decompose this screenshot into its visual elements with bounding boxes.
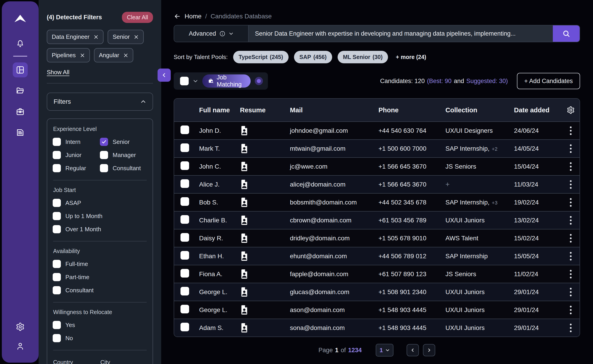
checkbox[interactable] [53, 199, 61, 207]
next-page-button[interactable] [423, 344, 435, 356]
checkbox[interactable] [53, 138, 61, 146]
candidate-email[interactable]: sona@domain.com [290, 324, 345, 331]
checkbox-option[interactable]: No [53, 333, 147, 344]
checkbox-option[interactable]: Consultant [53, 285, 147, 296]
column-header[interactable]: Mail [285, 106, 374, 114]
page-selector[interactable]: 1 [376, 344, 393, 357]
resume-cell[interactable] [235, 143, 285, 154]
row-checkbox[interactable] [180, 143, 189, 152]
column-header[interactable]: Date added [509, 106, 562, 114]
row-menu-button[interactable] [562, 323, 580, 333]
talent-pool-chip[interactable]: TypeScript(245) [233, 51, 289, 63]
prev-page-button[interactable] [407, 344, 419, 356]
resume-cell[interactable] [235, 323, 285, 333]
row-menu-button[interactable] [562, 234, 580, 243]
talent-pool-chip[interactable]: ML Senior(30) [338, 51, 388, 63]
column-header[interactable]: Resume [235, 106, 285, 114]
filters-accordion-header[interactable]: Filters [47, 93, 153, 111]
candidate-email[interactable]: fapple@domain.com [290, 271, 348, 278]
checkbox-option[interactable]: Up to 1 Month [53, 211, 147, 221]
sidebar-item-folders[interactable] [13, 83, 28, 98]
add-candidates-button[interactable]: + Add Candidates [517, 73, 580, 89]
row-menu-button[interactable] [562, 269, 580, 279]
checkbox[interactable] [53, 321, 61, 329]
candidate-email[interactable]: cbrown@domain.com [290, 217, 351, 224]
table-row[interactable]: Bob S.bobsmith@domain.com+44 502 345 678… [174, 193, 580, 211]
checkbox[interactable] [100, 138, 108, 146]
search-button[interactable] [553, 26, 580, 42]
row-checkbox[interactable] [180, 323, 189, 331]
table-row[interactable]: Mark T.mtwain@gmail.com+1 500 600 7000SA… [174, 139, 580, 157]
candidate-email[interactable]: bobsmith@domain.com [290, 199, 357, 206]
resume-cell[interactable] [235, 125, 285, 136]
candidate-email[interactable]: glucas@domain.com [290, 288, 349, 295]
user-profile-icon[interactable] [16, 342, 25, 352]
breadcrumb-home[interactable]: Home [184, 13, 202, 20]
row-checkbox[interactable] [180, 197, 189, 206]
search-input[interactable] [249, 26, 553, 42]
checkbox-option[interactable]: Regular [53, 163, 100, 174]
column-header[interactable]: Full name [194, 106, 235, 114]
row-checkbox[interactable] [180, 161, 189, 170]
column-header[interactable]: Phone [374, 106, 441, 114]
sidebar-item-jobs[interactable] [13, 104, 28, 119]
row-menu-button[interactable] [562, 126, 580, 136]
collection-cell[interactable]: + [441, 180, 509, 188]
resume-cell[interactable] [235, 251, 285, 261]
row-checkbox[interactable] [180, 215, 189, 224]
resume-cell[interactable] [235, 305, 285, 315]
checkbox-option[interactable]: Full-time [53, 259, 147, 269]
collapse-panel-button[interactable] [158, 69, 171, 82]
search-mode-dropdown[interactable]: Advanced [174, 26, 249, 42]
sidebar-item-dashboard[interactable] [13, 62, 28, 77]
filter-chip[interactable]: Angular [94, 48, 133, 62]
checkbox[interactable] [53, 273, 61, 281]
column-header[interactable]: Collection [441, 106, 509, 114]
row-checkbox[interactable] [180, 125, 189, 134]
candidate-email[interactable]: johndoe@gmail.com [290, 127, 348, 134]
select-dropdown-chevron[interactable] [193, 78, 198, 84]
checkbox[interactable] [100, 164, 108, 172]
checkbox-option[interactable]: Consultant [100, 163, 147, 174]
table-row[interactable]: Daisy R.dridley@domain.com+1 505 678 901… [174, 229, 580, 247]
checkbox[interactable] [53, 334, 61, 342]
checkbox-option[interactable]: Junior [53, 150, 100, 160]
resume-cell[interactable] [235, 215, 285, 225]
checkbox[interactable] [53, 225, 61, 233]
candidate-email[interactable]: ehunt@domain.com [290, 253, 347, 260]
row-menu-button[interactable] [562, 305, 580, 315]
row-checkbox[interactable] [180, 305, 189, 313]
table-row[interactable]: George L.glucas@domain.com+1 508 901 234… [174, 283, 580, 301]
row-menu-button[interactable] [562, 162, 580, 171]
row-checkbox[interactable] [180, 269, 189, 278]
checkbox-option[interactable]: ASAP [53, 197, 147, 208]
close-icon[interactable] [80, 53, 85, 58]
row-menu-button[interactable] [562, 287, 580, 297]
resume-cell[interactable] [235, 161, 285, 172]
candidate-email[interactable]: jc@wwe.com [290, 163, 327, 170]
checkbox[interactable] [53, 164, 61, 172]
close-icon[interactable] [134, 34, 139, 39]
talent-pool-chip[interactable]: SAP(456) [294, 51, 332, 63]
row-menu-button[interactable] [562, 180, 580, 189]
checkbox[interactable] [100, 151, 108, 159]
filter-chip[interactable]: Data Engineer [47, 30, 104, 44]
candidate-email[interactable]: dridley@domain.com [290, 235, 350, 242]
resume-cell[interactable] [235, 233, 285, 243]
resume-cell[interactable] [235, 197, 285, 208]
row-checkbox[interactable] [180, 251, 189, 260]
row-checkbox[interactable] [180, 179, 189, 188]
table-row[interactable]: Adam S.sona@domain.com+1 548 903 4445UX/… [174, 318, 580, 337]
candidate-email[interactable]: mtwain@gmail.com [290, 145, 346, 152]
talent-pools-more[interactable]: + more (24) [396, 54, 426, 60]
resume-cell[interactable] [235, 287, 285, 297]
table-row[interactable]: Charlie B.cbrown@domain.com+61 503 456 7… [174, 211, 580, 229]
checkbox-option[interactable]: Over 1 Month [53, 224, 147, 235]
back-arrow-icon[interactable] [174, 13, 181, 20]
table-settings-button[interactable] [562, 106, 580, 114]
checkbox-option[interactable]: Senior [100, 136, 147, 147]
checkbox-option[interactable]: Part-time [53, 272, 147, 283]
filter-chip[interactable]: Senior [108, 30, 144, 44]
clear-all-button[interactable]: Clear All [122, 12, 153, 23]
filter-chip[interactable]: Pipelines [47, 48, 90, 62]
